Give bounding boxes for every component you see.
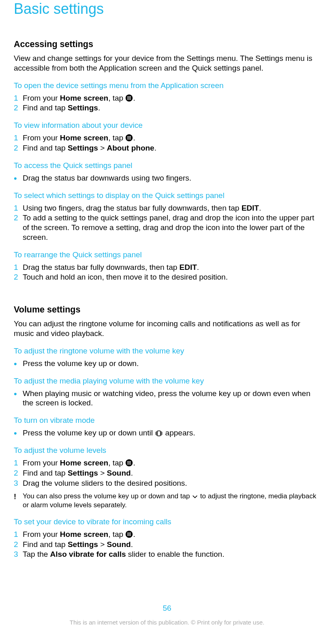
step-text: Press the volume key up or down. bbox=[23, 359, 320, 368]
step-item: 1 Drag the status bar fully downwards, t… bbox=[23, 263, 320, 272]
step-number: 1 bbox=[14, 530, 23, 539]
step-item: 2 Find and tap Settings. bbox=[23, 103, 320, 113]
step-text: When playing music or watching video, pr… bbox=[23, 389, 320, 408]
step-number: 3 bbox=[14, 549, 23, 559]
step-text: Find and tap Settings > Sound. bbox=[23, 468, 320, 478]
step-text: Tap the Also vibrate for calls slider to… bbox=[23, 549, 320, 559]
step-number: 1 bbox=[14, 203, 23, 213]
step-text: Find and tap Settings > Sound. bbox=[23, 540, 320, 549]
step-text: Drag the status bar fully downwards, the… bbox=[23, 263, 320, 272]
task-heading: To access the Quick settings panel bbox=[14, 161, 320, 170]
svg-point-11 bbox=[128, 136, 128, 137]
steps-list: • Press the volume key up or down until … bbox=[14, 428, 320, 438]
svg-point-30 bbox=[130, 464, 131, 465]
step-number: 2 bbox=[14, 103, 23, 113]
step-text: Drag the status bar downwards using two … bbox=[23, 173, 320, 183]
step-item: 1 From your Home screen, tap . bbox=[23, 458, 320, 468]
task-heading: To adjust the volume levels bbox=[14, 446, 320, 455]
page-number: 56 bbox=[0, 604, 334, 613]
svg-point-16 bbox=[130, 138, 131, 138]
step-item: 2 Find and tap Settings > Sound. bbox=[23, 468, 320, 478]
chevron-down-icon bbox=[192, 494, 198, 500]
svg-point-3 bbox=[130, 96, 131, 97]
step-item: 2 Find and tap Settings > About phone. bbox=[23, 143, 320, 153]
manual-page: Basic settings Accessing settings View a… bbox=[0, 0, 334, 633]
task-heading: To open the device settings menu from th… bbox=[14, 81, 320, 90]
section-heading-accessing-settings: Accessing settings bbox=[14, 39, 320, 50]
step-item: 3 Drag the volume sliders to the desired… bbox=[23, 478, 320, 488]
svg-point-40 bbox=[130, 535, 131, 536]
svg-point-37 bbox=[130, 534, 131, 534]
step-item: • Press the volume key up or down. bbox=[23, 359, 320, 368]
step-text: To add a setting to the quick settings p… bbox=[23, 213, 320, 242]
step-number: 2 bbox=[14, 213, 23, 223]
svg-point-34 bbox=[130, 532, 131, 533]
svg-point-32 bbox=[128, 532, 128, 533]
step-text: Touch and hold an icon, then move it to … bbox=[23, 272, 320, 282]
svg-point-1 bbox=[128, 96, 128, 97]
svg-point-23 bbox=[129, 461, 130, 462]
svg-point-8 bbox=[129, 99, 130, 99]
step-text: From your Home screen, tap . bbox=[23, 133, 320, 143]
svg-point-33 bbox=[129, 532, 130, 533]
apps-grid-icon bbox=[125, 530, 133, 538]
svg-point-15 bbox=[129, 138, 130, 138]
bullet-icon: • bbox=[14, 389, 23, 398]
step-item: • Press the volume key up or down until … bbox=[23, 428, 320, 438]
steps-list: 1 From your Home screen, tap . 2 Find an… bbox=[14, 93, 320, 113]
task-heading: To view information about your device bbox=[14, 121, 320, 130]
svg-rect-20 bbox=[157, 431, 161, 436]
step-item: • When playing music or watching video, … bbox=[23, 389, 320, 408]
task-heading: To select which settings to display on t… bbox=[14, 191, 320, 200]
step-number: 2 bbox=[14, 143, 23, 153]
task-heading: To adjust the media playing volume with … bbox=[14, 377, 320, 386]
svg-point-24 bbox=[130, 461, 131, 462]
svg-point-4 bbox=[128, 97, 128, 98]
step-item: 2 Touch and hold an icon, then move it t… bbox=[23, 272, 320, 282]
svg-point-28 bbox=[128, 464, 128, 465]
steps-list: • Drag the status bar downwards using tw… bbox=[14, 173, 320, 183]
svg-point-5 bbox=[129, 97, 130, 98]
step-item: 1 From your Home screen, tap . bbox=[23, 93, 320, 103]
bullet-icon: • bbox=[14, 173, 23, 183]
step-number: 2 bbox=[14, 540, 23, 549]
svg-point-13 bbox=[130, 136, 131, 137]
step-text: From your Home screen, tap . bbox=[23, 93, 320, 103]
task-heading: To adjust the ringtone volume with the v… bbox=[14, 347, 320, 355]
svg-point-9 bbox=[130, 99, 131, 99]
apps-grid-icon bbox=[125, 459, 133, 467]
step-number: 2 bbox=[14, 272, 23, 282]
step-item: 1 From your Home screen, tap . bbox=[23, 133, 320, 143]
svg-point-2 bbox=[129, 96, 130, 97]
apps-grid-icon bbox=[125, 134, 133, 142]
step-text: Press the volume key up or down until ap… bbox=[23, 428, 320, 438]
step-text: From your Home screen, tap . bbox=[23, 530, 320, 539]
apps-grid-icon bbox=[125, 94, 133, 102]
svg-point-22 bbox=[128, 461, 128, 462]
task-heading: To rearrange the Quick settings panel bbox=[14, 250, 320, 259]
svg-point-29 bbox=[129, 464, 130, 465]
step-number: 1 bbox=[14, 93, 23, 103]
svg-point-25 bbox=[128, 463, 128, 463]
step-item: 2 Find and tap Settings > Sound. bbox=[23, 540, 320, 549]
svg-point-35 bbox=[128, 534, 128, 534]
step-text: From your Home screen, tap . bbox=[23, 458, 320, 468]
svg-point-27 bbox=[130, 463, 131, 463]
svg-point-12 bbox=[129, 136, 130, 137]
steps-list: 1 From your Home screen, tap . 2 Find an… bbox=[14, 458, 320, 509]
section-body: View and change settings for your device… bbox=[14, 54, 320, 73]
step-text: Drag the volume sliders to the desired p… bbox=[23, 478, 320, 488]
svg-point-7 bbox=[128, 99, 128, 99]
task-heading: To turn on vibrate mode bbox=[14, 416, 320, 425]
step-text: Find and tap Settings. bbox=[23, 103, 320, 113]
svg-point-26 bbox=[129, 463, 130, 463]
steps-list: • When playing music or watching video, … bbox=[14, 389, 320, 408]
step-number: 3 bbox=[14, 478, 23, 488]
section-body: You can adjust the ringtone volume for i… bbox=[14, 319, 320, 338]
section-heading-volume-settings: Volume settings bbox=[14, 305, 320, 315]
svg-point-14 bbox=[128, 138, 128, 138]
task-heading: To set your device to vibrate for incomi… bbox=[14, 517, 320, 526]
steps-list: 1 Drag the status bar fully downwards, t… bbox=[14, 263, 320, 282]
svg-point-38 bbox=[128, 535, 128, 536]
step-item: 3 Tap the Also vibrate for calls slider … bbox=[23, 549, 320, 559]
